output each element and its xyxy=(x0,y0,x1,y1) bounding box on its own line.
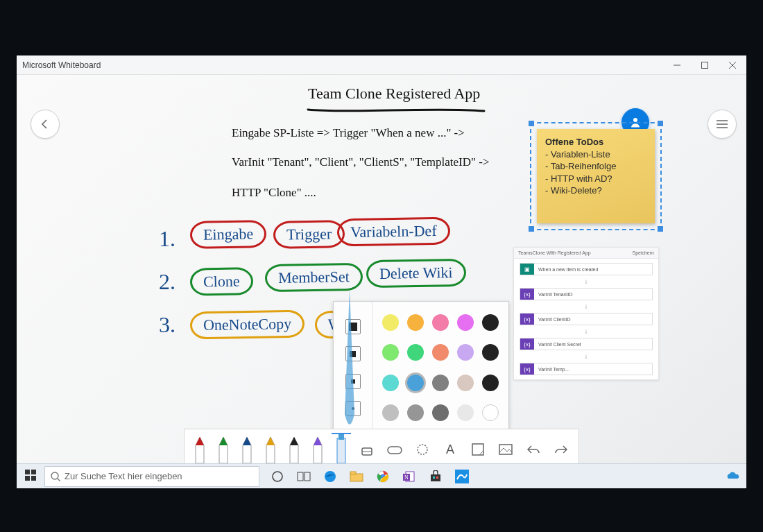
color-swatch[interactable] xyxy=(482,375,499,391)
svg-rect-27 xyxy=(499,445,512,454)
color-swatch[interactable] xyxy=(407,344,424,361)
bubble-eingabe: Eingabe xyxy=(190,220,267,249)
svg-marker-9 xyxy=(196,437,204,445)
color-swatch[interactable] xyxy=(457,404,474,421)
bubble-clone: Clone xyxy=(190,267,253,296)
whiteboard-canvas[interactable]: Team Clone Registered App Eingabe SP-Lis… xyxy=(17,75,746,463)
note-line-2: VarInit "Tenant", "Client", "ClientS", "… xyxy=(232,155,490,169)
color-swatch[interactable] xyxy=(482,404,499,421)
text-tool[interactable]: A xyxy=(438,436,462,463)
thickness-large[interactable] xyxy=(345,319,361,334)
flow-header-save: Speichern xyxy=(632,250,654,255)
bubble-trigger: Trigger xyxy=(273,220,345,249)
svg-rect-29 xyxy=(31,470,36,474)
sticky-note[interactable]: Offene ToDos - Variablen-Liste - Tab-Rei… xyxy=(537,129,655,223)
svg-rect-48 xyxy=(455,470,469,483)
thickness-small[interactable] xyxy=(345,374,361,389)
svg-line-33 xyxy=(58,479,60,481)
sticky-item-2: - Tab-Reihenfolge xyxy=(545,161,616,171)
taskbar-whiteboard-icon[interactable] xyxy=(449,464,474,489)
svg-rect-26 xyxy=(472,444,483,455)
redo-button[interactable] xyxy=(549,436,573,463)
start-button[interactable] xyxy=(17,470,44,483)
taskbar-edge-icon[interactable] xyxy=(318,464,343,489)
taskbar-onenote-icon[interactable]: N xyxy=(397,464,422,489)
svg-rect-35 xyxy=(298,472,303,481)
svg-rect-31 xyxy=(31,476,36,481)
tray-onedrive-icon[interactable] xyxy=(726,470,739,482)
highlighter-tool[interactable] xyxy=(332,433,351,463)
sticky-item-4: - Wiki-Delete? xyxy=(545,185,602,196)
svg-text:N: N xyxy=(404,474,409,481)
window-minimize-button[interactable] xyxy=(663,55,691,75)
svg-marker-11 xyxy=(219,437,228,445)
taskbar-explorer-icon[interactable] xyxy=(344,464,369,489)
svg-rect-46 xyxy=(433,477,435,479)
svg-point-32 xyxy=(51,472,58,479)
whiteboard-toolbar: A xyxy=(184,429,579,463)
color-swatch[interactable] xyxy=(457,375,474,391)
pen-tool-blue[interactable] xyxy=(237,433,257,463)
svg-rect-36 xyxy=(305,472,310,481)
color-swatch[interactable] xyxy=(407,314,424,331)
pen-tool-red[interactable] xyxy=(190,433,209,463)
svg-rect-20 xyxy=(337,438,345,463)
search-placeholder: Zur Suche Text hier eingeben xyxy=(65,471,182,481)
board-title: Team Clone Registered App xyxy=(308,85,480,103)
svg-marker-17 xyxy=(290,437,298,445)
taskbar-cortana-icon[interactable] xyxy=(265,464,290,489)
color-swatch[interactable] xyxy=(432,375,449,391)
sticky-selection-frame[interactable]: Offene ToDos - Variablen-Liste - Tab-Rei… xyxy=(530,122,662,230)
taskbar-search[interactable]: Zur Suche Text hier eingeben xyxy=(44,466,259,487)
menu-button[interactable] xyxy=(708,110,737,139)
lasso-tool[interactable] xyxy=(411,436,434,463)
svg-rect-47 xyxy=(436,477,438,479)
windows-taskbar: Zur Suche Text hier eingeben N xyxy=(17,463,746,488)
note-line-1: Eingabe SP-Liste => Trigger "When a new … xyxy=(232,126,465,140)
pen-color-picker xyxy=(333,301,509,434)
svg-rect-21 xyxy=(338,434,344,440)
svg-rect-39 xyxy=(350,472,356,474)
ruler-tool[interactable] xyxy=(383,436,406,463)
color-swatch[interactable] xyxy=(482,344,499,361)
window-titlebar: Microsoft Whiteboard xyxy=(17,55,746,75)
pen-tool-green[interactable] xyxy=(214,433,233,463)
color-swatch[interactable] xyxy=(432,404,449,421)
svg-rect-45 xyxy=(431,474,440,481)
color-swatch[interactable] xyxy=(382,314,399,331)
color-swatch-selected[interactable] xyxy=(407,375,424,391)
image-tool[interactable] xyxy=(494,436,517,463)
svg-point-34 xyxy=(273,472,282,481)
undo-button[interactable] xyxy=(522,436,545,463)
window-maximize-button[interactable] xyxy=(691,55,719,75)
taskbar-chrome-icon[interactable] xyxy=(370,464,395,489)
color-swatch[interactable] xyxy=(382,404,399,421)
list-number-3: 3. xyxy=(159,312,175,338)
sticky-tool[interactable] xyxy=(466,436,490,463)
thickness-medium[interactable] xyxy=(345,346,361,361)
pen-tool-yellow[interactable] xyxy=(261,433,280,463)
color-swatch[interactable] xyxy=(432,344,449,361)
color-swatch[interactable] xyxy=(457,314,474,331)
taskbar-store-icon[interactable] xyxy=(423,464,448,489)
bubble-variabeln: Variabeln-Def xyxy=(337,217,450,247)
pen-tool-black[interactable] xyxy=(284,433,304,463)
color-swatch[interactable] xyxy=(382,344,399,361)
thickness-tiny[interactable] xyxy=(345,401,361,416)
note-line-3: HTTP "Clone" .... xyxy=(232,186,316,200)
color-swatch[interactable] xyxy=(432,314,449,331)
taskbar-taskview-icon[interactable] xyxy=(291,464,316,489)
window-close-button[interactable] xyxy=(719,55,746,75)
embedded-flow-image[interactable]: TeamsClone With Registered App Speichern… xyxy=(513,247,659,380)
color-swatch[interactable] xyxy=(457,344,474,361)
svg-rect-1 xyxy=(702,62,708,68)
svg-marker-15 xyxy=(266,437,275,445)
svg-marker-13 xyxy=(243,437,251,445)
color-swatch[interactable] xyxy=(407,404,424,421)
bubble-deletewiki: Delete Wiki xyxy=(366,259,466,289)
color-swatch[interactable] xyxy=(382,375,399,391)
eraser-tool[interactable] xyxy=(355,436,379,463)
pen-tool-rainbow[interactable] xyxy=(308,433,327,463)
color-swatch[interactable] xyxy=(482,314,499,331)
back-button[interactable] xyxy=(31,110,60,139)
